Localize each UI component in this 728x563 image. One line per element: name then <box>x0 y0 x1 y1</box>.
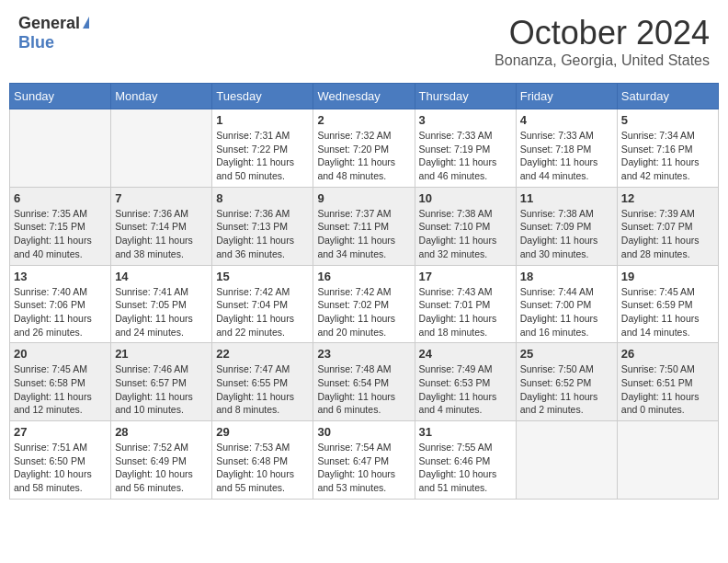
day-number: 21 <box>115 347 208 361</box>
day-info: Sunrise: 7:36 AMSunset: 7:14 PMDaylight:… <box>115 207 208 261</box>
calendar-cell: 18Sunrise: 7:44 AMSunset: 7:00 PMDayligh… <box>516 265 617 343</box>
calendar-cell: 1Sunrise: 7:31 AMSunset: 7:22 PMDaylight… <box>212 109 313 188</box>
calendar-day-header: Monday <box>111 84 212 109</box>
calendar-cell: 9Sunrise: 7:37 AMSunset: 7:11 PMDaylight… <box>313 187 415 265</box>
day-info: Sunrise: 7:32 AMSunset: 7:20 PMDaylight:… <box>317 129 410 183</box>
day-number: 17 <box>419 270 512 283</box>
calendar-cell: 21Sunrise: 7:46 AMSunset: 6:57 PMDayligh… <box>111 343 212 421</box>
day-info: Sunrise: 7:45 AMSunset: 6:59 PMDaylight:… <box>621 285 714 339</box>
day-info: Sunrise: 7:44 AMSunset: 7:00 PMDaylight:… <box>520 285 613 339</box>
day-number: 28 <box>115 425 208 439</box>
day-number: 6 <box>14 191 107 205</box>
day-number: 10 <box>419 191 512 205</box>
day-info: Sunrise: 7:53 AMSunset: 6:48 PMDaylight:… <box>216 441 309 495</box>
day-number: 31 <box>419 425 512 439</box>
location-text: Bonanza, Georgia, United States <box>495 52 710 69</box>
day-info: Sunrise: 7:40 AMSunset: 7:06 PMDaylight:… <box>14 285 107 339</box>
day-info: Sunrise: 7:46 AMSunset: 6:57 PMDaylight:… <box>115 362 208 417</box>
day-info: Sunrise: 7:31 AMSunset: 7:22 PMDaylight:… <box>216 129 309 183</box>
calendar-cell: 10Sunrise: 7:38 AMSunset: 7:10 PMDayligh… <box>415 187 516 265</box>
day-info: Sunrise: 7:33 AMSunset: 7:18 PMDaylight:… <box>520 129 613 183</box>
calendar-week-row: 1Sunrise: 7:31 AMSunset: 7:22 PMDaylight… <box>10 109 719 188</box>
calendar-cell: 6Sunrise: 7:35 AMSunset: 7:15 PMDaylight… <box>10 187 111 265</box>
day-info: Sunrise: 7:38 AMSunset: 7:09 PMDaylight:… <box>520 207 613 261</box>
day-number: 29 <box>216 425 309 439</box>
calendar-day-header: Saturday <box>617 84 718 109</box>
day-number: 23 <box>317 347 410 361</box>
calendar-cell <box>10 109 111 188</box>
calendar-cell: 8Sunrise: 7:36 AMSunset: 7:13 PMDaylight… <box>212 187 313 265</box>
calendar-week-row: 6Sunrise: 7:35 AMSunset: 7:15 PMDaylight… <box>10 187 719 265</box>
day-number: 11 <box>520 191 613 205</box>
day-info: Sunrise: 7:43 AMSunset: 7:01 PMDaylight:… <box>419 285 512 339</box>
calendar-cell: 30Sunrise: 7:54 AMSunset: 6:47 PMDayligh… <box>313 421 415 500</box>
day-number: 22 <box>216 347 309 361</box>
calendar-cell: 17Sunrise: 7:43 AMSunset: 7:01 PMDayligh… <box>415 265 516 343</box>
day-number: 15 <box>216 270 309 283</box>
day-number: 27 <box>14 425 107 439</box>
calendar-cell: 13Sunrise: 7:40 AMSunset: 7:06 PMDayligh… <box>10 265 111 343</box>
day-info: Sunrise: 7:51 AMSunset: 6:50 PMDaylight:… <box>14 441 107 495</box>
day-number: 7 <box>115 191 208 205</box>
calendar-cell <box>111 109 212 188</box>
day-number: 20 <box>14 347 107 361</box>
calendar-cell: 3Sunrise: 7:33 AMSunset: 7:19 PMDaylight… <box>415 109 516 188</box>
calendar-cell: 24Sunrise: 7:49 AMSunset: 6:53 PMDayligh… <box>415 343 516 421</box>
day-number: 13 <box>14 270 107 283</box>
day-number: 16 <box>317 270 410 283</box>
calendar-cell: 28Sunrise: 7:52 AMSunset: 6:49 PMDayligh… <box>111 421 212 500</box>
day-info: Sunrise: 7:36 AMSunset: 7:13 PMDaylight:… <box>216 207 309 261</box>
calendar-day-header: Sunday <box>10 84 111 109</box>
day-info: Sunrise: 7:37 AMSunset: 7:11 PMDaylight:… <box>317 207 410 261</box>
calendar-cell: 11Sunrise: 7:38 AMSunset: 7:09 PMDayligh… <box>516 187 617 265</box>
day-number: 2 <box>317 113 410 127</box>
calendar-cell: 2Sunrise: 7:32 AMSunset: 7:20 PMDaylight… <box>313 109 415 188</box>
day-info: Sunrise: 7:38 AMSunset: 7:10 PMDaylight:… <box>419 207 512 261</box>
day-number: 5 <box>621 113 714 127</box>
calendar-cell: 23Sunrise: 7:48 AMSunset: 6:54 PMDayligh… <box>313 343 415 421</box>
calendar-day-header: Wednesday <box>313 84 415 109</box>
logo-arrow-icon <box>83 17 89 29</box>
day-number: 1 <box>216 113 309 127</box>
day-info: Sunrise: 7:33 AMSunset: 7:19 PMDaylight:… <box>419 129 512 183</box>
calendar-cell: 26Sunrise: 7:50 AMSunset: 6:51 PMDayligh… <box>617 343 718 421</box>
calendar-table: SundayMondayTuesdayWednesdayThursdayFrid… <box>9 83 719 500</box>
day-info: Sunrise: 7:42 AMSunset: 7:04 PMDaylight:… <box>216 285 309 339</box>
day-number: 24 <box>419 347 512 361</box>
calendar-cell: 19Sunrise: 7:45 AMSunset: 6:59 PMDayligh… <box>617 265 718 343</box>
day-number: 8 <box>216 191 309 205</box>
calendar-cell: 29Sunrise: 7:53 AMSunset: 6:48 PMDayligh… <box>212 421 313 500</box>
calendar-cell: 25Sunrise: 7:50 AMSunset: 6:52 PMDayligh… <box>516 343 617 421</box>
day-number: 30 <box>317 425 410 439</box>
day-info: Sunrise: 7:39 AMSunset: 7:07 PMDaylight:… <box>621 207 714 261</box>
logo: General Blue <box>18 14 89 52</box>
calendar-cell: 16Sunrise: 7:42 AMSunset: 7:02 PMDayligh… <box>313 265 415 343</box>
day-info: Sunrise: 7:35 AMSunset: 7:15 PMDaylight:… <box>14 207 107 261</box>
day-number: 26 <box>621 347 714 361</box>
page-header: General Blue October 2024 Bonanza, Georg… <box>9 9 719 74</box>
logo-blue-text: Blue <box>18 33 54 52</box>
day-info: Sunrise: 7:42 AMSunset: 7:02 PMDaylight:… <box>317 285 410 339</box>
calendar-week-row: 13Sunrise: 7:40 AMSunset: 7:06 PMDayligh… <box>10 265 719 343</box>
day-number: 12 <box>621 191 714 205</box>
calendar-cell: 12Sunrise: 7:39 AMSunset: 7:07 PMDayligh… <box>617 187 718 265</box>
day-info: Sunrise: 7:55 AMSunset: 6:46 PMDaylight:… <box>419 441 512 495</box>
day-number: 19 <box>621 270 714 283</box>
day-number: 14 <box>115 270 208 283</box>
day-number: 18 <box>520 270 613 283</box>
title-section: October 2024 Bonanza, Georgia, United St… <box>495 14 710 69</box>
calendar-cell: 22Sunrise: 7:47 AMSunset: 6:55 PMDayligh… <box>212 343 313 421</box>
day-info: Sunrise: 7:49 AMSunset: 6:53 PMDaylight:… <box>419 362 512 417</box>
day-number: 9 <box>317 191 410 205</box>
calendar-day-header: Tuesday <box>212 84 313 109</box>
calendar-cell: 20Sunrise: 7:45 AMSunset: 6:58 PMDayligh… <box>10 343 111 421</box>
calendar-header-row: SundayMondayTuesdayWednesdayThursdayFrid… <box>10 84 719 109</box>
calendar-cell: 5Sunrise: 7:34 AMSunset: 7:16 PMDaylight… <box>617 109 718 188</box>
calendar-week-row: 27Sunrise: 7:51 AMSunset: 6:50 PMDayligh… <box>10 421 719 500</box>
calendar-cell: 4Sunrise: 7:33 AMSunset: 7:18 PMDaylight… <box>516 109 617 188</box>
day-info: Sunrise: 7:52 AMSunset: 6:49 PMDaylight:… <box>115 441 208 495</box>
calendar-cell: 15Sunrise: 7:42 AMSunset: 7:04 PMDayligh… <box>212 265 313 343</box>
calendar-cell: 14Sunrise: 7:41 AMSunset: 7:05 PMDayligh… <box>111 265 212 343</box>
day-info: Sunrise: 7:48 AMSunset: 6:54 PMDaylight:… <box>317 362 410 417</box>
day-info: Sunrise: 7:45 AMSunset: 6:58 PMDaylight:… <box>14 362 107 417</box>
